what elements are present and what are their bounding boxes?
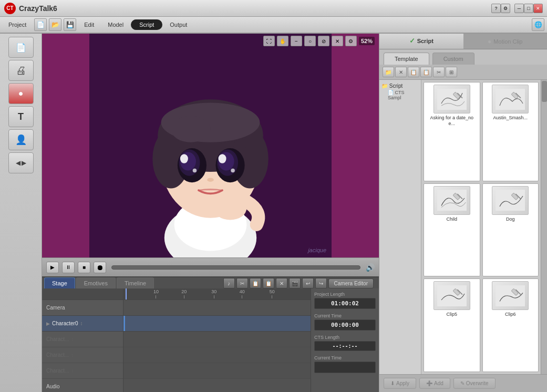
clip-item-6[interactable]: Clip6: [482, 278, 539, 372]
clip-label-child: Child: [446, 216, 457, 222]
ruler-mark-10: 10: [153, 289, 159, 298]
cut-button[interactable]: ✂: [236, 278, 248, 288]
track-row-audio[interactable]: [123, 379, 311, 392]
svg-rect-27: [437, 190, 467, 211]
center-panel: ⛶ ✋ − ○ ⊘ ✕ ⚙ 52%: [42, 34, 379, 392]
app-logo: CT: [4, 3, 16, 14]
current-time-value: 00:00:00: [314, 319, 376, 331]
circle-icon: ●: [488, 38, 491, 45]
timeline-area: Camera ▶ Character0 ↕ Charact... ↕ Chara…: [42, 288, 379, 392]
minimize-button[interactable]: ─: [514, 4, 524, 13]
tool-record-button[interactable]: ●: [8, 83, 34, 104]
close-view-icon[interactable]: ✕: [332, 36, 343, 46]
zoom-custom-icon[interactable]: ⊘: [318, 36, 329, 46]
tool-face-button[interactable]: 👤: [8, 129, 34, 150]
arrow-right-icon[interactable]: ▶: [22, 159, 26, 167]
current-time-info: Current Time 00:00:00: [314, 313, 376, 331]
stop-button[interactable]: ■: [78, 262, 90, 273]
rt-paste-icon[interactable]: 📋: [420, 67, 432, 77]
menu-item-model[interactable]: Model: [101, 19, 130, 30]
apply-button[interactable]: ⬇ Apply: [384, 378, 416, 389]
tree-root[interactable]: 📁 Script: [381, 82, 419, 90]
zoom-out-icon[interactable]: −: [291, 36, 302, 46]
track-row-camera[interactable]: [123, 300, 311, 316]
cts-current-label: Current Time: [314, 355, 376, 360]
tree-child[interactable]: 📄 CTS Sampl: [381, 90, 419, 100]
track-row-char4[interactable]: [123, 363, 311, 379]
viewport: ⛶ ✋ − ○ ⊘ ✕ ⚙ 52%: [42, 34, 379, 257]
track-row-char2[interactable]: [123, 332, 311, 347]
camera-editor-button[interactable]: Camera Editor: [328, 278, 374, 288]
clip-item-austin[interactable]: Austin_Smash...: [482, 82, 539, 181]
menu-item-output[interactable]: Output: [163, 19, 193, 30]
new-doc-icon[interactable]: 📄: [34, 18, 47, 31]
clip-thumb-6: [492, 281, 529, 310]
sub-tab-custom[interactable]: Custom: [432, 53, 474, 65]
menu-item-script[interactable]: Script: [131, 19, 162, 30]
scene-background: jacique: [42, 34, 379, 257]
clip-item-asking[interactable]: Asking for a date_no e...: [424, 82, 480, 181]
clip-scrollbar-thumb[interactable]: [542, 81, 547, 102]
maximize-button[interactable]: □: [524, 4, 533, 13]
clip-item-dog[interactable]: Dog: [482, 183, 539, 277]
rt-cut-icon[interactable]: ✂: [433, 67, 445, 77]
save-icon[interactable]: 💾: [64, 18, 76, 31]
tab-motion-clip[interactable]: ● Motion Clip: [463, 34, 548, 49]
pause-button[interactable]: ⏸: [62, 262, 75, 273]
rt-grid-icon[interactable]: ⊞: [446, 67, 457, 77]
hand-tool-icon[interactable]: ✋: [277, 36, 288, 46]
clip-grid: Asking for a date_no e... Austin_Smash..…: [421, 80, 541, 374]
tab-emotives[interactable]: Emotives: [76, 277, 116, 288]
delete-button[interactable]: ✕: [276, 278, 287, 288]
clip-item-5[interactable]: Clip5: [424, 278, 480, 372]
svg-point-19: [207, 178, 214, 182]
rt-folder-icon[interactable]: 📁: [383, 67, 394, 77]
tool-new-button[interactable]: 📄: [8, 37, 34, 58]
undo-button[interactable]: ↩: [302, 278, 314, 288]
bottom-panel: Stage Emotives Timeline ♪ ✂ 📋 📋 ✕ 🎬 ↩ ↪ …: [42, 276, 379, 392]
world-icon[interactable]: 🌐: [532, 18, 544, 31]
clip-thumb-child: [434, 186, 470, 215]
tab-timeline[interactable]: Timeline: [117, 277, 154, 288]
sub-tab-template[interactable]: Template: [384, 53, 429, 65]
right-panel: ✓ Script ● Motion Clip Template Custom 📁…: [379, 34, 547, 392]
settings-button[interactable]: ⚙: [501, 4, 510, 13]
close-button[interactable]: ✕: [533, 4, 543, 13]
redo-button[interactable]: ↪: [315, 278, 327, 288]
tab-script[interactable]: ✓ Script: [379, 34, 463, 49]
tab-stage[interactable]: Stage: [44, 277, 75, 288]
tool-import-button[interactable]: 🖨: [8, 60, 34, 81]
settings-view-icon[interactable]: ⚙: [345, 36, 357, 46]
main-layout: 📄 🖨 ● T 👤 ◀ ▶ ⛶ ✋ − ○ ⊘ ✕ ⚙ 52%: [0, 34, 547, 392]
clip-scrollbar[interactable]: [541, 80, 547, 374]
menu-item-edit[interactable]: Edit: [78, 19, 100, 30]
tool-text-button[interactable]: T: [8, 106, 34, 127]
copy-button[interactable]: 📋: [250, 278, 261, 288]
play-button[interactable]: ▶: [46, 262, 59, 273]
add-button[interactable]: ➕ Add: [419, 378, 450, 389]
music-button[interactable]: ♪: [223, 278, 235, 288]
open-icon[interactable]: 📂: [49, 18, 61, 31]
expand-icon[interactable]: ⛶: [263, 36, 275, 46]
help-button[interactable]: ?: [491, 4, 501, 13]
capture-button[interactable]: 🎬: [289, 278, 301, 288]
playback-slider[interactable]: [111, 265, 360, 270]
arrow-left-icon[interactable]: ◀: [16, 159, 20, 167]
paste-button[interactable]: 📋: [263, 278, 274, 288]
clip-label-asking: Asking for a date_no e...: [426, 115, 478, 127]
svg-point-17: [193, 169, 197, 173]
volume-icon[interactable]: 🔊: [366, 263, 375, 272]
rt-delete-icon[interactable]: ✕: [395, 67, 407, 77]
record-playback-button[interactable]: ⏺: [94, 262, 106, 273]
track-row-character0[interactable]: [123, 316, 311, 332]
apply-icon: ⬇: [390, 380, 395, 386]
clip-thumb-austin: [492, 85, 529, 114]
overwrite-button[interactable]: ✎ Overwrite: [453, 378, 496, 389]
rt-copy-icon[interactable]: 📋: [408, 67, 419, 77]
track-row-char3[interactable]: [123, 347, 311, 363]
clip-thumb-dog: [492, 186, 529, 215]
clip-item-child[interactable]: Child: [424, 183, 480, 277]
menu-item-project[interactable]: Project: [2, 19, 33, 30]
zoom-fit-icon[interactable]: ○: [304, 36, 316, 46]
track-label-audio: Audio: [42, 379, 123, 392]
